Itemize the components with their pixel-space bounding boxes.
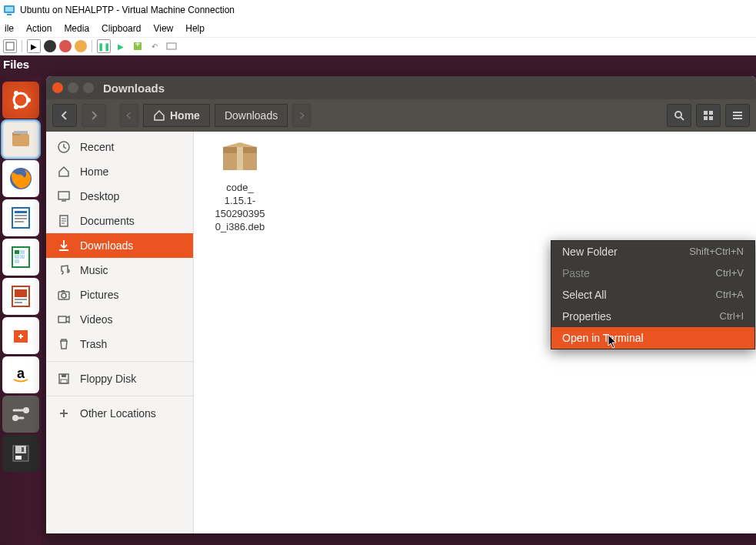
svg-rect-39: [709, 111, 713, 115]
sidebar-separator: [46, 361, 193, 362]
video-icon: [57, 313, 71, 326]
breadcrumb-home[interactable]: Home: [143, 104, 210, 127]
menu-view[interactable]: View: [148, 22, 178, 35]
breadcrumb-current-label: Downloads: [225, 109, 278, 122]
file-name-l4: 0_i386.deb: [203, 221, 277, 234]
dash-button[interactable]: [2, 82, 39, 119]
context-label: New Folder: [562, 246, 618, 258]
path-prev-button[interactable]: [120, 104, 138, 127]
writer-launcher[interactable]: [2, 199, 39, 236]
view-grid-button[interactable]: [696, 104, 721, 127]
context-label: Paste: [562, 267, 590, 279]
files-launcher[interactable]: [2, 121, 39, 158]
impress-launcher[interactable]: [2, 278, 39, 315]
search-button[interactable]: [667, 104, 691, 127]
svg-rect-3: [6, 42, 14, 50]
svg-point-37: [675, 112, 681, 118]
context-properties[interactable]: PropertiesCtrl+I: [551, 306, 754, 327]
separator: [92, 40, 92, 52]
context-shortcut: Ctrl+A: [716, 289, 744, 301]
amazon-launcher[interactable]: a: [2, 356, 39, 393]
file-deb-package[interactable]: code_ 1.15.1- 150290395 0_i386.deb: [203, 141, 277, 233]
sidebar-item-label: Music: [80, 264, 108, 276]
context-new-folder[interactable]: New FolderShift+Ctrl+N: [551, 241, 754, 262]
svg-rect-28: [15, 302, 22, 303]
sidebar-item-music[interactable]: Music: [46, 258, 193, 283]
svg-rect-54: [237, 147, 243, 170]
desktop-icon: [57, 189, 71, 203]
menu-media[interactable]: Media: [59, 22, 94, 35]
sidebar-item-trash[interactable]: Trash: [46, 332, 193, 356]
ctrl-alt-del-button[interactable]: [3, 39, 17, 53]
svg-point-31: [23, 407, 29, 413]
sidebar-item-desktop[interactable]: Desktop: [46, 184, 193, 209]
sidebar-item-label: Pictures: [80, 289, 119, 301]
shutdown-button[interactable]: [59, 40, 72, 52]
revert-button[interactable]: ↶: [148, 39, 162, 53]
software-launcher[interactable]: [2, 317, 39, 354]
svg-rect-15: [15, 211, 27, 213]
save-button[interactable]: [75, 40, 87, 52]
svg-text:a: a: [17, 366, 25, 381]
svg-rect-48: [58, 316, 66, 323]
context-select-all[interactable]: Select AllCtrl+A: [551, 284, 754, 306]
sidebar-item-other-locations[interactable]: Other Locations: [46, 401, 193, 426]
svg-rect-27: [15, 299, 27, 300]
breadcrumb-home-label: Home: [170, 109, 200, 122]
close-button[interactable]: [52, 82, 63, 93]
svg-rect-2: [7, 14, 12, 15]
sidebar-item-downloads[interactable]: Downloads: [46, 233, 193, 258]
reset-button[interactable]: ▶: [114, 39, 128, 53]
sidebar-item-floppy-disk[interactable]: Floppy Disk: [46, 366, 193, 391]
menu-action[interactable]: Action: [22, 22, 56, 35]
firefox-launcher[interactable]: [2, 160, 39, 197]
svg-rect-16: [15, 215, 27, 216]
menu-clipboard[interactable]: Clipboard: [97, 22, 145, 35]
window-titlebar[interactable]: Downloads: [46, 76, 756, 99]
hyperv-menu[interactable]: ile Action Media Clipboard View Help: [0, 20, 756, 37]
path-next-button[interactable]: [292, 104, 311, 127]
context-label: Open in Terminal: [562, 332, 644, 344]
context-open-in-terminal[interactable]: Open in Terminal: [551, 327, 754, 349]
sidebar-item-documents[interactable]: Documents: [46, 209, 193, 233]
forward-button[interactable]: [82, 104, 106, 127]
checkpoint-button[interactable]: [131, 39, 145, 53]
pause-button[interactable]: ❚❚: [97, 39, 111, 53]
svg-point-32: [12, 415, 18, 421]
trash-icon: [57, 337, 71, 351]
sidebar-item-videos[interactable]: Videos: [46, 307, 193, 332]
sidebar-item-pictures[interactable]: Pictures: [46, 283, 193, 307]
settings-launcher[interactable]: [2, 396, 39, 433]
disk-launcher[interactable]: [2, 435, 39, 472]
camera-icon: [57, 288, 71, 302]
start-button[interactable]: ▶: [27, 39, 41, 53]
svg-rect-12: [14, 131, 28, 134]
svg-rect-40: [704, 116, 708, 120]
svg-rect-38: [704, 111, 708, 115]
back-button[interactable]: [52, 104, 77, 127]
sidebar-item-label: Home: [80, 166, 108, 178]
sidebar-item-home[interactable]: Home: [46, 159, 193, 184]
minimize-button[interactable]: [68, 82, 78, 93]
sidebar-item-label: Floppy Disk: [80, 373, 136, 385]
sidebar-separator: [46, 396, 193, 396]
hamburger-button[interactable]: [725, 104, 750, 127]
context-menu: New FolderShift+Ctrl+NPasteCtrl+VSelect …: [551, 240, 755, 349]
menu-file[interactable]: ile: [0, 22, 18, 35]
sidebar-item-label: Trash: [80, 338, 107, 350]
clock-icon: [57, 140, 71, 154]
context-label: Select All: [562, 289, 607, 301]
svg-rect-5: [167, 43, 176, 49]
maximize-button[interactable]: [83, 82, 94, 93]
svg-rect-18: [15, 221, 24, 222]
sidebar-item-label: Other Locations: [80, 407, 156, 420]
svg-rect-41: [709, 116, 713, 120]
menu-help[interactable]: Help: [181, 22, 209, 35]
doc-icon: [57, 214, 71, 228]
turnoff-button[interactable]: [44, 40, 56, 52]
calc-launcher[interactable]: [2, 239, 39, 276]
sidebar-item-recent[interactable]: Recent: [46, 135, 193, 159]
enhanced-button[interactable]: [165, 39, 178, 53]
breadcrumb-current[interactable]: Downloads: [215, 104, 288, 127]
svg-rect-47: [62, 290, 65, 292]
